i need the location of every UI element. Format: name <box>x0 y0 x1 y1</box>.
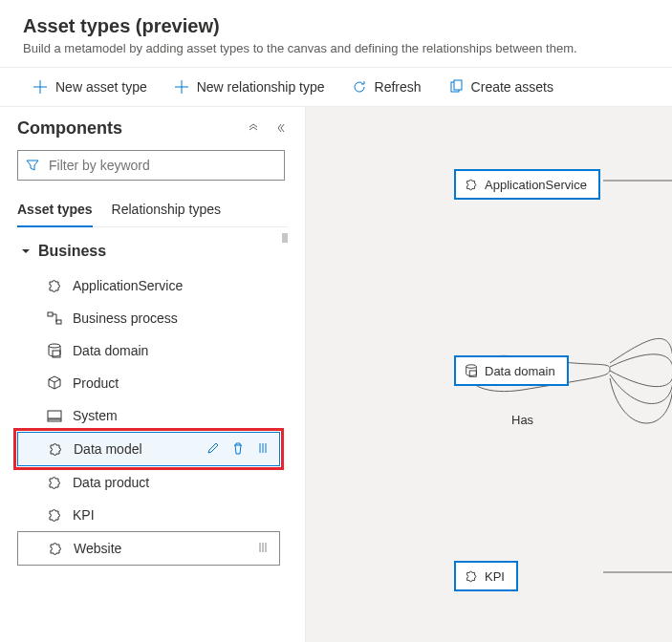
canvas[interactable]: ApplicationServiceData domainKPI Has <box>306 107 672 642</box>
puzzle-icon <box>464 568 479 584</box>
asset-type-item[interactable]: Data product <box>17 466 280 499</box>
puzzle-icon <box>46 277 63 294</box>
edge-label-has: Has <box>511 413 533 427</box>
category-business[interactable]: Business <box>17 233 280 269</box>
grip-icon[interactable] <box>256 541 270 557</box>
new-relationship-type-label: New relationship type <box>197 79 325 95</box>
svg-rect-6 <box>48 411 61 418</box>
canvas-node-label: ApplicationService <box>485 178 587 192</box>
canvas-node[interactable]: ApplicationService <box>454 169 600 200</box>
category-label: Business <box>38 243 106 260</box>
plus-icon <box>33 79 48 95</box>
svg-rect-3 <box>56 320 61 324</box>
new-asset-type-button[interactable]: New asset type <box>23 74 157 100</box>
puzzle-icon <box>47 540 64 557</box>
svg-rect-2 <box>48 312 53 316</box>
page-subtitle: Build a metamodel by adding asset types … <box>23 41 649 55</box>
domain-icon <box>464 363 479 378</box>
filter-box[interactable] <box>17 150 285 181</box>
refresh-icon <box>352 79 367 95</box>
asset-type-tree: Business ApplicationServiceBusiness proc… <box>17 233 288 566</box>
filter-icon <box>26 159 39 172</box>
asset-type-label: System <box>73 408 118 423</box>
collapse-up-icon[interactable] <box>248 121 259 137</box>
canvas-node-label: KPI <box>485 569 505 584</box>
asset-type-item[interactable]: Data domain <box>17 334 280 367</box>
asset-type-item[interactable]: KPI <box>17 499 280 531</box>
domain-icon <box>46 342 63 359</box>
puzzle-icon <box>464 177 479 192</box>
asset-type-item[interactable]: Data model <box>17 432 280 466</box>
asset-type-label: Data model <box>74 441 142 457</box>
asset-type-label: ApplicationService <box>73 278 183 293</box>
svg-rect-1 <box>454 80 462 90</box>
tab-relationship-types[interactable]: Relationship types <box>112 194 221 226</box>
asset-type-item[interactable]: Website <box>17 531 280 566</box>
asset-type-label: Business process <box>73 310 178 326</box>
create-assets-button[interactable]: Create assets <box>439 74 563 100</box>
canvas-node[interactable]: Data domain <box>454 355 569 386</box>
create-assets-label: Create assets <box>471 79 553 95</box>
svg-point-4 <box>49 344 60 348</box>
sidebar-tabs: Asset types Relationship types <box>17 194 288 227</box>
new-relationship-type-button[interactable]: New relationship type <box>164 74 335 100</box>
collapse-left-icon[interactable] <box>276 121 288 137</box>
puzzle-icon <box>46 474 63 491</box>
puzzle-icon <box>46 506 63 524</box>
tab-asset-types[interactable]: Asset types <box>17 194 93 226</box>
plus-icon <box>174 79 189 95</box>
grip-icon[interactable] <box>256 441 270 458</box>
cube-icon <box>46 374 63 392</box>
filter-input[interactable] <box>47 157 276 174</box>
tree-scrollbar[interactable] <box>282 233 288 566</box>
components-panel: Components Asset types Relationship type… <box>0 107 306 642</box>
new-asset-type-label: New asset type <box>55 79 147 95</box>
svg-rect-7 <box>48 419 61 421</box>
caret-down-icon <box>21 246 31 256</box>
canvas-node-label: Data domain <box>485 364 555 378</box>
canvas-node[interactable]: KPI <box>454 561 518 591</box>
flow-icon <box>46 310 63 327</box>
asset-type-item[interactable]: Business process <box>17 302 280 334</box>
page-header: Asset types (preview) Build a metamodel … <box>0 0 672 67</box>
delete-icon[interactable] <box>231 441 245 458</box>
refresh-button[interactable]: Refresh <box>342 74 431 100</box>
components-title: Components <box>17 118 122 139</box>
asset-type-item[interactable]: Product <box>17 367 280 399</box>
asset-type-label: Data domain <box>73 343 148 358</box>
puzzle-icon <box>47 440 64 458</box>
asset-type-item[interactable]: ApplicationService <box>17 269 280 302</box>
asset-type-item[interactable]: System <box>17 399 280 432</box>
page-title: Asset types (preview) <box>23 15 649 37</box>
svg-point-8 <box>466 365 477 369</box>
command-bar: New asset type New relationship type Ref… <box>0 67 672 107</box>
asset-type-label: Product <box>73 375 119 391</box>
edit-icon[interactable] <box>206 441 220 458</box>
asset-type-label: KPI <box>73 507 95 523</box>
asset-type-label: Data product <box>73 475 149 490</box>
asset-type-label: Website <box>74 541 121 556</box>
system-icon <box>46 407 63 424</box>
refresh-label: Refresh <box>375 79 422 95</box>
copy-icon <box>448 79 464 95</box>
